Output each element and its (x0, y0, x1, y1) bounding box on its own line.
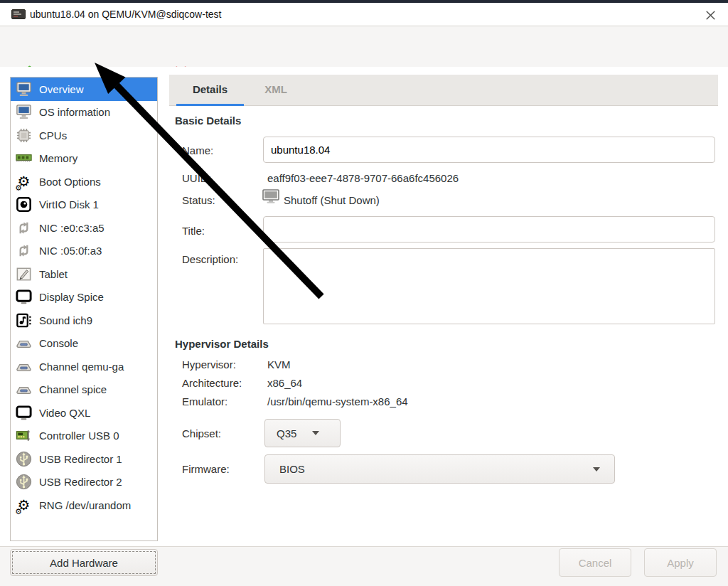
sidebar-item-channel-spice[interactable]: Channel spice (11, 378, 157, 402)
sidebar-item-nic-05-0f-a3[interactable]: NIC :05:0f:a3 (11, 240, 157, 263)
apply-button[interactable]: Apply (644, 548, 717, 577)
sidebar-item-label: Boot Options (39, 176, 101, 188)
sidebar-item-video-qxl[interactable]: Video QXL (11, 401, 157, 425)
sidebar-item-label: CPUs (39, 129, 67, 142)
sidebar-item-label: Display Spice (39, 291, 104, 303)
hypervisor-value: KVM (267, 358, 291, 371)
monitor-icon (14, 80, 33, 99)
sidebar-item-controller-usb-0[interactable]: Controller USB 0 (11, 425, 157, 448)
chevron-down-icon (312, 431, 319, 435)
display-icon (14, 403, 33, 422)
hypervisor-details-heading: Hypervisor Details (175, 338, 269, 350)
sidebar-item-virtio-disk-1[interactable]: VirtIO Disk 1 (11, 193, 157, 217)
sidebar-item-cpus[interactable]: CPUs (11, 124, 157, 147)
sidebar-item-label: OS information (39, 106, 110, 118)
serial-icon (14, 380, 33, 399)
nic-icon (14, 218, 33, 238)
add-hardware-button[interactable]: Add Hardware (10, 549, 158, 576)
firmware-label: Firmware: (182, 463, 230, 475)
uuid-label: UUID: (182, 172, 211, 184)
titlebar: ubuntu18.04 on QEMU/KVM@sdiqcow-test (0, 3, 728, 26)
close-window-button[interactable] (700, 4, 721, 26)
toolbar: Begin Installation Cancel Installation (0, 26, 728, 67)
firmware-value: BIOS (279, 463, 305, 475)
architecture-label: Architecture: (182, 377, 242, 389)
sound-icon (14, 311, 33, 330)
chipset-label: Chipset: (182, 427, 221, 440)
controller-icon (14, 426, 33, 445)
sidebar-item-memory[interactable]: Memory (11, 147, 157, 171)
name-label: Name: (182, 144, 213, 156)
vm-title-input[interactable] (263, 216, 715, 243)
sidebar-item-label: Tablet (39, 268, 68, 280)
sidebar-item-nic-e0-c3-a5[interactable]: NIC :e0:c3:a5 (11, 216, 157, 240)
emulator-value: /usr/bin/qemu-system-x86_64 (267, 395, 408, 407)
usb-icon (14, 449, 33, 469)
sidebar-item-label: Video QXL (39, 407, 90, 419)
cancel-button[interactable]: Cancel (559, 548, 631, 577)
serial-icon (14, 357, 33, 376)
title-label: Title: (182, 225, 205, 237)
sidebar-item-rng-dev-urandom[interactable]: ⚙⚙RNG /dev/urandom (11, 494, 157, 517)
monitor-icon (14, 102, 33, 122)
sidebar-item-label: USB Redirector 2 (39, 476, 122, 488)
chipset-value: Q35 (277, 427, 296, 440)
gears-icon: ⚙⚙ (14, 496, 33, 515)
firmware-dropdown[interactable]: BIOS (264, 454, 615, 484)
status-label: Status: (182, 194, 215, 206)
sidebar-item-label: Console (39, 337, 78, 349)
sidebar-item-label: NIC :e0:c3:a5 (39, 222, 105, 234)
sidebar-item-channel-qemu-ga[interactable]: Channel qemu-ga (11, 355, 157, 378)
sidebar-item-label: Controller USB 0 (39, 430, 119, 442)
vm-name-input[interactable] (263, 137, 715, 163)
shutoff-monitor-icon (262, 189, 279, 204)
sidebar-item-usb-redirector-2[interactable]: USB Redirector 2 (11, 471, 157, 494)
sidebar-item-usb-redirector-1[interactable]: USB Redirector 1 (11, 447, 157, 471)
sidebar-item-os-information[interactable]: OS information (11, 101, 157, 124)
chevron-down-icon (593, 467, 600, 472)
usb-icon (14, 472, 33, 491)
sidebar-item-display-spice[interactable]: Display Spice (11, 286, 157, 309)
sidebar-item-label: Channel qemu-ga (39, 361, 124, 373)
basic-details-heading: Basic Details (175, 114, 241, 127)
sidebar-item-boot-options[interactable]: ⚙⚙Boot Options (11, 170, 157, 193)
sidebar-item-label: Overview (39, 83, 84, 95)
window-title: ubuntu18.04 on QEMU/KVM@sdiqcow-test (30, 9, 221, 20)
sidebar-item-overview[interactable]: Overview (11, 78, 157, 101)
sidebar-item-label: RNG /dev/urandom (39, 499, 131, 511)
sidebar-item-label: Sound ich9 (39, 314, 92, 326)
memory-icon (14, 149, 33, 168)
hypervisor-label: Hypervisor: (182, 358, 236, 371)
tab-details[interactable]: Details (176, 75, 244, 104)
sidebar-item-label: USB Redirector 1 (39, 453, 122, 465)
tab-strip: Details XML (169, 75, 718, 106)
disk-icon (14, 195, 33, 214)
emulator-label: Emulator: (182, 395, 228, 407)
description-label: Description: (182, 253, 238, 265)
nic-icon (14, 241, 33, 260)
gears-icon: ⚙⚙ (14, 172, 33, 191)
serial-icon (14, 334, 33, 353)
cpu-icon (14, 126, 33, 145)
chipset-dropdown[interactable]: Q35 (264, 419, 341, 447)
display-icon (14, 287, 33, 307)
sidebar-item-console[interactable]: Console (11, 332, 157, 356)
sidebar-item-tablet[interactable]: Tablet (11, 262, 157, 286)
active-tab-underline (176, 104, 244, 106)
uuid-value: eaff9f03-eee7-4878-9707-66a6fc456026 (267, 172, 459, 184)
status-value: Shutoff (Shut Down) (284, 194, 380, 206)
sidebar-item-label: Channel spice (39, 383, 107, 395)
sidebar-item-label: VirtIO Disk 1 (39, 198, 99, 211)
architecture-value: x86_64 (267, 377, 302, 389)
sidebar-item-label: NIC :05:0f:a3 (39, 245, 102, 257)
sidebar-item-label: Memory (39, 152, 77, 164)
virt-manager-app-icon (11, 9, 26, 19)
sidebar-item-sound-ich9[interactable]: Sound ich9 (11, 309, 157, 332)
tablet-icon (14, 265, 33, 284)
hardware-list: OverviewOS informationCPUsMemory⚙⚙Boot O… (10, 77, 158, 541)
tab-xml[interactable]: XML (253, 75, 299, 104)
description-textarea[interactable] (263, 248, 715, 324)
